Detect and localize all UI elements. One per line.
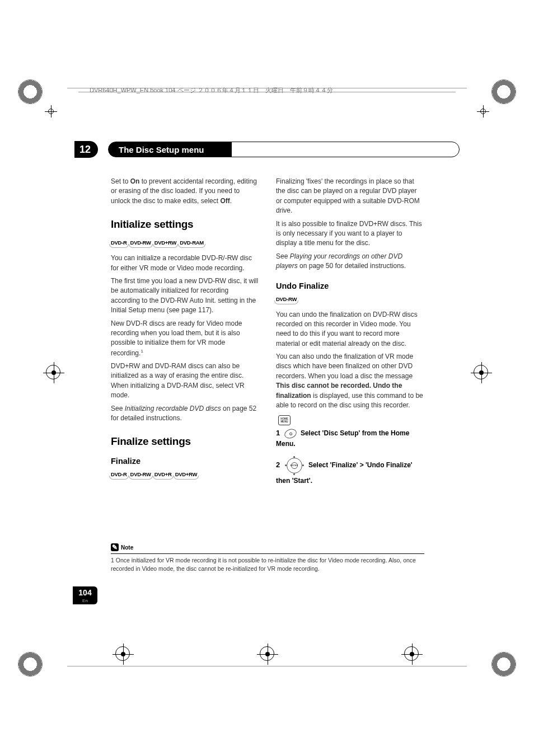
registration-mark bbox=[404, 646, 419, 661]
text: See bbox=[276, 252, 290, 260]
disc-tag: DVD-RW bbox=[130, 240, 151, 247]
registration-mark bbox=[45, 105, 57, 118]
footnote-text: 1 Once initialized for VR mode recording… bbox=[111, 556, 424, 572]
heading-finalize-settings: Finalize settings bbox=[111, 435, 259, 448]
footnote-rule bbox=[111, 553, 424, 554]
text: on page 50 for detailed instructions. bbox=[298, 262, 406, 270]
disc-type-tags: DVD-R DVD-RW DVD+RW DVD-RAM bbox=[111, 240, 259, 247]
paragraph: See Initializing recordable DVD discs on… bbox=[111, 404, 259, 424]
print-mark-corner bbox=[491, 652, 516, 677]
step-2: 2 ENTER Select 'Finalize' > 'Undo Finali… bbox=[276, 456, 424, 486]
text: . bbox=[230, 197, 232, 205]
paragraph: You can also undo the finalization of VR… bbox=[276, 352, 424, 410]
disc-tag: DVD-R bbox=[111, 471, 127, 478]
nav-enter-icon: ENTER bbox=[284, 456, 305, 476]
step-number: 1 bbox=[276, 429, 280, 437]
step-number: 2 bbox=[276, 461, 280, 469]
text: Set to bbox=[111, 177, 130, 185]
disc-tag: DVD-RW bbox=[130, 471, 151, 478]
print-mark-corner bbox=[18, 79, 43, 104]
chapter-title-text: The Disc Setup menu bbox=[119, 145, 204, 154]
subheading-finalize: Finalize bbox=[111, 457, 259, 466]
footer-rule bbox=[67, 666, 467, 666]
text-italic: Initializing recordable DVD discs bbox=[125, 405, 221, 412]
paragraph: DVD+RW and DVD-RAM discs can also be ini… bbox=[111, 361, 259, 401]
text-bold: Off bbox=[220, 197, 229, 205]
page-language: En bbox=[82, 598, 88, 603]
right-column: Finalizing 'fixes' the recordings in pla… bbox=[276, 177, 424, 492]
disc-tag: DVD+RW bbox=[175, 471, 197, 478]
paragraph: See Playing your recordings on other DVD… bbox=[276, 252, 424, 271]
nav-center-label: ENTER bbox=[291, 462, 298, 469]
page-number: 104 bbox=[78, 588, 91, 597]
paragraph: Set to On to prevent accidental recordin… bbox=[111, 177, 259, 206]
paragraph: You can undo the finalization on DVD-RW … bbox=[276, 310, 424, 349]
disc-tag: DVD+RW bbox=[154, 240, 176, 247]
left-column: Set to On to prevent accidental recordin… bbox=[111, 177, 259, 492]
note-badge: ✎ Note bbox=[111, 543, 133, 551]
disc-tag: DVD+R bbox=[154, 471, 172, 478]
chapter-number: 12 bbox=[74, 141, 98, 158]
file-header-text: DVR640H_WPW_EN.book 104 ページ ２００６年４月１１日 火… bbox=[90, 86, 333, 95]
footnote-ref: 1 bbox=[140, 349, 143, 354]
disc-tag: DVD-RAM bbox=[180, 240, 204, 247]
chapter-title-box: The Disc Setup menu bbox=[108, 142, 460, 157]
disc-tag: DVD-RW bbox=[276, 296, 297, 303]
text: New DVD-R discs are ready for Video mode… bbox=[111, 320, 242, 357]
print-mark-corner bbox=[18, 652, 43, 677]
registration-mark bbox=[260, 646, 274, 661]
subheading-undo-finalize: Undo Finalize bbox=[276, 281, 424, 290]
heading-initialize-settings: Initialize settings bbox=[111, 218, 259, 231]
step-1: 1 Select 'Disc Setup' from the Home Menu… bbox=[276, 428, 424, 449]
paragraph: New DVD-R discs are ready for Video mode… bbox=[111, 319, 259, 359]
registration-mark bbox=[477, 105, 489, 118]
text: You can also undo the finalization of VR… bbox=[276, 353, 413, 380]
paragraph: Finalizing 'fixes' the recordings in pla… bbox=[276, 177, 424, 216]
print-mark-corner bbox=[491, 79, 516, 104]
note-label: Note bbox=[121, 544, 133, 551]
paragraph: It is also possible to finalize DVD+RW d… bbox=[276, 219, 424, 248]
paragraph: The first time you load a new DVD-RW dis… bbox=[111, 276, 259, 316]
note-icon: ✎ bbox=[111, 543, 119, 551]
registration-mark bbox=[474, 365, 488, 379]
disc-type-tags: DVD-R DVD-RW DVD+R DVD+RW bbox=[111, 471, 259, 478]
registration-mark bbox=[46, 365, 60, 379]
text-bold: On bbox=[130, 177, 140, 185]
chapter-header: 12 The Disc Setup menu bbox=[74, 141, 460, 158]
text: See bbox=[111, 405, 125, 412]
page-number-badge: 104 En bbox=[73, 586, 97, 604]
paragraph: You can initialize a recordable DVD-R/-R… bbox=[111, 253, 259, 273]
disc-type-tags: DVD-RW bbox=[276, 296, 424, 303]
home-menu-button-icon bbox=[278, 415, 291, 425]
footnote-section: ✎ Note 1 Once initialized for VR mode re… bbox=[111, 542, 424, 572]
disc-tag: DVD-R bbox=[111, 240, 127, 247]
disc-icon bbox=[283, 428, 298, 440]
registration-mark bbox=[115, 646, 130, 661]
